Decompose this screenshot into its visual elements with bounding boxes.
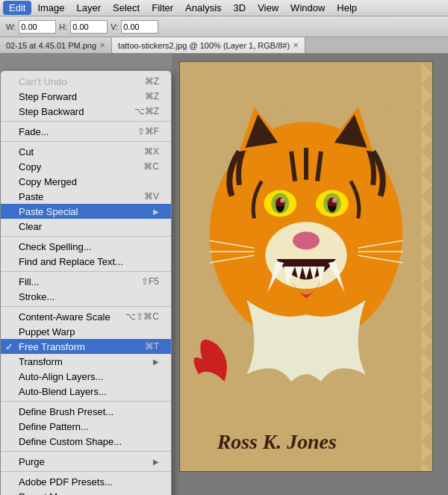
- menu-separator-25: [1, 401, 171, 402]
- menu-separator-12: [1, 236, 171, 237]
- menu-item-step-forward[interactable]: Step Forward⌘Z: [1, 89, 171, 104]
- menu-item-label: Auto-Blend Layers...: [19, 386, 107, 397]
- menu-item-shortcut: ⇧F5: [141, 276, 159, 287]
- menu-item-label: Define Custom Shape...: [19, 436, 122, 447]
- menu-item-label: Paste Special: [19, 206, 78, 217]
- menu-item-label: Cut: [19, 146, 34, 158]
- v-input[interactable]: [121, 20, 158, 34]
- menu-separator-29: [1, 451, 171, 452]
- menu-3d[interactable]: 3D: [228, 1, 252, 15]
- menu-item-fill---[interactable]: Fill...⇧F5: [1, 274, 171, 289]
- menu-item-label: Fill...: [19, 276, 39, 287]
- menu-item-shortcut: ⌘C: [143, 161, 159, 172]
- menu-item-content-aware-scale[interactable]: Content-Aware Scale⌥⇧⌘C: [1, 309, 171, 324]
- menu-item-label: Define Pattern...: [19, 421, 89, 432]
- menu-item-shortcut: ⌘Z: [145, 76, 159, 87]
- menu-item-shortcut: ⌘X: [144, 146, 159, 157]
- submenu-arrow-icon: ▶: [153, 458, 159, 466]
- menu-analysis[interactable]: Analysis: [179, 1, 227, 15]
- menu-filter[interactable]: Filter: [146, 1, 179, 15]
- menu-item-adobe-pdf-presets---[interactable]: Adobe PDF Presets...: [1, 474, 171, 489]
- checkmark-icon: ✓: [5, 341, 13, 352]
- menu-item-shortcut: ⌘Z: [145, 91, 159, 102]
- svg-text:Ross K. Jones: Ross K. Jones: [217, 430, 337, 453]
- menu-separator-15: [1, 271, 171, 272]
- menu-separator-5: [1, 141, 171, 142]
- canvas-area: Ross K. Jones: [172, 54, 448, 495]
- tab-jpg[interactable]: tattoo-stickers2.jpg @ 100% (Layer 1, RG…: [112, 37, 305, 53]
- menu-item-puppet-warp[interactable]: Puppet Warp: [1, 324, 171, 339]
- tab-png[interactable]: 02-15 at 4.45.01 PM.png ✕: [0, 37, 112, 53]
- tabs-bar: 02-15 at 4.45.01 PM.png ✕ tattoo-sticker…: [0, 37, 448, 54]
- w-input[interactable]: [19, 20, 56, 34]
- menu-item-label: Preset Manager...: [19, 491, 96, 496]
- menu-item-label: Step Forward: [19, 91, 77, 102]
- menu-item-find-and-replace-text---[interactable]: Find and Replace Text...: [1, 254, 171, 269]
- menu-bar: Edit Image Layer Select Filter Analysis …: [0, 0, 448, 16]
- menu-item-label: Auto-Align Layers...: [19, 371, 103, 382]
- menu-item-define-pattern---[interactable]: Define Pattern...: [1, 419, 171, 434]
- canvas-image: Ross K. Jones: [179, 61, 433, 472]
- menu-item-can-t-undo: Can't Undo⌘Z: [1, 74, 171, 89]
- menu-item-label: Puppet Warp: [19, 326, 75, 337]
- menu-item-preset-manager---[interactable]: Preset Manager...: [1, 489, 171, 495]
- menu-view[interactable]: View: [252, 1, 284, 15]
- menu-item-label: Can't Undo: [19, 76, 67, 87]
- submenu-arrow-icon: ▶: [153, 358, 159, 366]
- menu-item-free-transform[interactable]: ✓Free Transform⌘T: [1, 339, 171, 354]
- menu-item-label: Paste: [19, 191, 43, 202]
- menu-item-shortcut: ⌥⇧⌘C: [125, 311, 159, 322]
- menu-item-stroke---[interactable]: Stroke...: [1, 289, 171, 304]
- menu-item-paste-special[interactable]: Paste Special ▶: [1, 204, 171, 219]
- menu-select[interactable]: Select: [107, 1, 146, 15]
- edit-dropdown-menu: Can't Undo⌘ZStep Forward⌘ZStep Backward⌥…: [0, 70, 172, 495]
- menu-item-transform[interactable]: Transform ▶: [1, 354, 171, 369]
- menu-item-label: Adobe PDF Presets...: [19, 476, 113, 488]
- menu-layer[interactable]: Layer: [71, 1, 108, 15]
- menu-item-copy-merged[interactable]: Copy Merged: [1, 174, 171, 189]
- menu-item-check-spelling---[interactable]: Check Spelling...: [1, 239, 171, 254]
- menu-separator-18: [1, 306, 171, 307]
- menu-item-copy[interactable]: Copy⌘C: [1, 159, 171, 174]
- menu-image[interactable]: Image: [31, 1, 70, 15]
- tab-jpg-close[interactable]: ✕: [293, 41, 299, 49]
- menu-help[interactable]: Help: [331, 1, 363, 15]
- menu-window[interactable]: Window: [284, 1, 331, 15]
- menu-item-shortcut: ⌘V: [144, 191, 159, 202]
- main-area: Can't Undo⌘ZStep Forward⌘ZStep Backward⌥…: [0, 54, 448, 495]
- menu-item-purge[interactable]: Purge ▶: [1, 454, 171, 469]
- menu-item-shortcut: ⌘T: [145, 341, 159, 352]
- svg-point-15: [293, 231, 320, 249]
- menu-item-label: Stroke...: [19, 291, 55, 302]
- options-bar: W: H: V:: [0, 16, 448, 37]
- menu-item-auto-align-layers---[interactable]: Auto-Align Layers...: [1, 369, 171, 384]
- menu-item-define-brush-preset---[interactable]: Define Brush Preset...: [1, 404, 171, 419]
- tab-png-label: 02-15 at 4.45.01 PM.png: [6, 41, 96, 50]
- menu-item-label: Content-Aware Scale: [19, 311, 111, 323]
- menu-item-shortcut: ⇧⌘F: [137, 126, 159, 137]
- menu-separator-3: [1, 121, 171, 122]
- menu-edit[interactable]: Edit: [3, 1, 31, 15]
- menu-item-label: Step Backward: [19, 106, 84, 117]
- menu-item-label: Copy Merged: [19, 176, 77, 187]
- menu-item-cut[interactable]: Cut⌘X: [1, 144, 171, 159]
- menu-item-label: Clear: [19, 221, 42, 232]
- menu-item-define-custom-shape---[interactable]: Define Custom Shape...: [1, 434, 171, 449]
- tab-png-close[interactable]: ✕: [99, 41, 105, 49]
- menu-item-label: Fade...: [19, 126, 49, 137]
- menu-item-label: Copy: [19, 161, 41, 172]
- menu-item-step-backward[interactable]: Step Backward⌥⌘Z: [1, 104, 171, 119]
- svg-point-13: [274, 198, 286, 207]
- menu-item-clear[interactable]: Clear: [1, 219, 171, 234]
- w-label: W:: [6, 22, 16, 31]
- menu-item-auto-blend-layers---[interactable]: Auto-Blend Layers...: [1, 384, 171, 399]
- h-input[interactable]: [70, 20, 108, 34]
- menu-item-paste[interactable]: Paste⌘V: [1, 189, 171, 204]
- menu-item-fade---[interactable]: Fade...⇧⌘F: [1, 124, 171, 139]
- menu-separator-31: [1, 471, 171, 472]
- menu-item-label: Free Transform: [19, 341, 85, 352]
- submenu-arrow-icon: ▶: [153, 208, 159, 216]
- menu-item-label: Purge: [19, 456, 45, 467]
- menu-item-label: Define Brush Preset...: [19, 406, 113, 417]
- menu-item-label: Find and Replace Text...: [19, 256, 123, 267]
